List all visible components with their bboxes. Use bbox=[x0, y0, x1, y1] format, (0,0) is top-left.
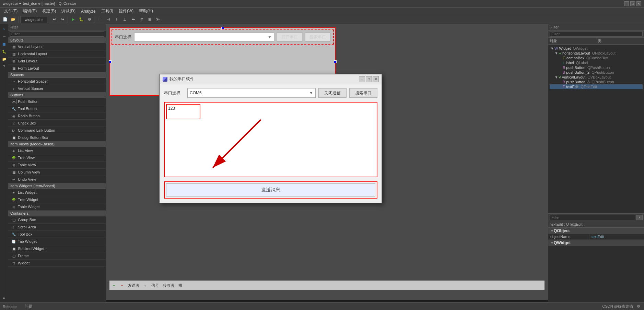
tree-row-pushbtn2[interactable]: B pushButton_2 QPushButton bbox=[550, 70, 643, 75]
widget-push-button[interactable]: OK Push Button bbox=[8, 98, 106, 105]
widget-dialog-button-box[interactable]: ▣ Dialog Button Box bbox=[8, 134, 106, 141]
properties-filter-input[interactable] bbox=[550, 215, 635, 220]
prop-objectname-value[interactable]: textEdit bbox=[589, 234, 644, 239]
menu-tools[interactable]: 工具(I) bbox=[98, 8, 116, 15]
widget-group-box[interactable]: ▢ Group Box bbox=[8, 216, 106, 224]
text-input-value: 123 bbox=[168, 106, 175, 111]
widget-vertical-layout[interactable]: ▤ Vertical Layout bbox=[8, 43, 106, 50]
widget-stacked-widget[interactable]: ▣ Stacked Widget bbox=[8, 245, 106, 252]
open-port-btn[interactable]: 打开串口 bbox=[277, 33, 302, 41]
file-tab-close[interactable]: × bbox=[41, 18, 43, 22]
align-top[interactable]: ⊥ bbox=[121, 16, 129, 23]
dialog-port-combo[interactable]: COM6 ▼ bbox=[187, 88, 316, 98]
status-icon[interactable]: ⚙ bbox=[636, 304, 641, 309]
tree-row-combo[interactable]: C comboBox QComboBox bbox=[550, 56, 643, 60]
more-button[interactable]: ≫ bbox=[154, 16, 162, 23]
open-button[interactable]: 📂 bbox=[10, 16, 17, 23]
widget-tool-box[interactable]: 🔧 Tool Box bbox=[8, 231, 106, 238]
pushbtn3-tree-icon: B bbox=[563, 80, 565, 84]
tree-row-pushbtn[interactable]: B pushButton QPushButton bbox=[550, 65, 643, 70]
tree-row-pushbtn3[interactable]: B pushButton_3 QPushButton bbox=[550, 80, 643, 84]
text-input-box[interactable]: 123 bbox=[166, 104, 200, 119]
right-filter-input[interactable] bbox=[550, 31, 643, 37]
widget-command-link[interactable]: ▷ Command Link Button bbox=[8, 127, 106, 134]
debug-side-icon[interactable]: 🐛 bbox=[1, 48, 8, 55]
menu-controls[interactable]: 控件(W) bbox=[116, 8, 136, 15]
build-button[interactable]: ⚙ bbox=[86, 16, 93, 23]
run-button[interactable]: ▶ bbox=[69, 16, 77, 23]
widget-filter-input[interactable] bbox=[10, 31, 104, 37]
tree-row-hlayout[interactable]: ▼ H horizontalLayout QHBoxLayout bbox=[550, 51, 643, 56]
widget-radio-button[interactable]: ◉ Radio Button bbox=[8, 112, 106, 120]
search-port-btn-top[interactable]: 搜索串口 bbox=[305, 33, 330, 41]
output-icon[interactable]: ≡ bbox=[1, 294, 8, 301]
edit-icon[interactable]: ✏ bbox=[1, 33, 8, 40]
design-icon[interactable]: ▦ bbox=[1, 40, 8, 47]
file-tab[interactable]: widget.ui × bbox=[20, 16, 47, 23]
menu-help[interactable]: 帮助(H) bbox=[136, 8, 156, 15]
new-button[interactable]: 📄 bbox=[1, 16, 9, 23]
tree-row-label[interactable]: L label QLabel bbox=[550, 60, 643, 65]
minimize-button[interactable]: ─ bbox=[624, 1, 629, 6]
menu-file[interactable]: 文件(F) bbox=[1, 8, 20, 15]
tree-row-vlayout[interactable]: ▼ V verticalLayout QVBoxLayout bbox=[550, 75, 643, 80]
menu-debug[interactable]: 调试(D) bbox=[59, 8, 78, 15]
widget-form-layout[interactable]: ▦ Form Layout bbox=[8, 65, 106, 72]
welcome-icon[interactable]: ⌂ bbox=[1, 25, 8, 32]
widget-tab-widget[interactable]: 📑 Tab Widget bbox=[8, 238, 106, 245]
widget-horizontal-layout[interactable]: ▥ Horizontal Layout bbox=[8, 50, 106, 58]
menu-edit[interactable]: 编辑(E) bbox=[20, 8, 39, 15]
align-right[interactable]: ⊤ bbox=[113, 16, 120, 23]
widget-list-widget[interactable]: ≡ List Widget bbox=[8, 189, 106, 196]
dialog-search-btn[interactable]: 搜索串口 bbox=[349, 88, 377, 98]
resize-handle-left[interactable] bbox=[109, 60, 112, 63]
add-connection-btn[interactable]: ＋ bbox=[112, 283, 116, 288]
help-side-icon[interactable]: ? bbox=[1, 63, 8, 70]
undo-button[interactable]: ↩ bbox=[50, 16, 58, 23]
pushbtn3-type: QPushButton bbox=[592, 80, 614, 84]
close-button[interactable]: ✕ bbox=[636, 1, 641, 6]
menu-build[interactable]: 构建(B) bbox=[39, 8, 59, 15]
resize-handle-top[interactable] bbox=[221, 27, 224, 29]
distribute-v[interactable]: ⇵ bbox=[138, 16, 145, 23]
widget-table-view[interactable]: ⊞ Table View bbox=[8, 162, 106, 169]
widget-widget[interactable]: □ Widget bbox=[8, 260, 106, 267]
prop-row-objectname[interactable]: objectName textEdit bbox=[548, 234, 644, 240]
widget-scroll-area[interactable]: ↕ Scroll Area bbox=[8, 224, 106, 231]
add-property-btn[interactable]: + bbox=[636, 215, 643, 220]
tree-row-textedit[interactable]: T textEdit QTextEdit bbox=[550, 84, 643, 89]
widget-undo-view[interactable]: ↩ Undo View bbox=[8, 176, 106, 183]
widget-check-box[interactable]: ☑ Check Box bbox=[8, 120, 106, 127]
widget-column-view[interactable]: ▦ Column View bbox=[8, 169, 106, 176]
widget-tree-view[interactable]: 🌳 Tree View bbox=[8, 154, 106, 162]
remove-connection-btn[interactable]: － bbox=[120, 283, 124, 288]
tool-box-icon: 🔧 bbox=[11, 231, 16, 237]
redo-button[interactable]: ↪ bbox=[59, 16, 66, 23]
widget-h-spacer[interactable]: ↔ Horizontal Spacer bbox=[8, 78, 106, 85]
resize-handle-right[interactable] bbox=[334, 60, 337, 63]
widget-tool-button[interactable]: 🔧 Tool Button bbox=[8, 105, 106, 112]
maximize-button[interactable]: □ bbox=[630, 1, 635, 6]
widget-table-widget[interactable]: ⊞ Table Widget bbox=[8, 203, 106, 211]
widget-tree-widget[interactable]: 🌳 Tree Widget bbox=[8, 196, 106, 203]
widget-type: QWidget bbox=[573, 46, 588, 50]
align-left[interactable]: ⊢ bbox=[96, 16, 104, 23]
dialog-minimize-btn[interactable]: ─ bbox=[359, 76, 365, 82]
dialog-close-comm-btn[interactable]: 关闭通信 bbox=[318, 88, 347, 98]
distribute-h[interactable]: ⇹ bbox=[129, 16, 137, 23]
debug-button[interactable]: 🐛 bbox=[78, 16, 85, 23]
dialog-restore-btn[interactable]: □ bbox=[366, 76, 372, 82]
dialog-title-bar: 我的串口软件 ─ □ ✕ bbox=[160, 74, 382, 84]
menu-analyze[interactable]: Analyze bbox=[78, 8, 98, 14]
widget-frame[interactable]: ▢ Frame bbox=[8, 252, 106, 260]
projects-icon[interactable]: 📁 bbox=[1, 56, 8, 62]
widget-list-view[interactable]: ≡ List View bbox=[8, 147, 106, 154]
grid-toggle[interactable]: ⊞ bbox=[146, 16, 153, 23]
combo-box[interactable]: ▼ bbox=[134, 33, 274, 41]
tree-row-widget[interactable]: ▼ W Widget QWidget bbox=[550, 46, 643, 51]
widget-grid-layout[interactable]: ⊞ Grid Layout bbox=[8, 58, 106, 65]
send-message-btn[interactable]: 发送消息 bbox=[166, 183, 375, 196]
align-center[interactable]: ⊣ bbox=[105, 16, 112, 23]
dialog-close-btn[interactable]: ✕ bbox=[373, 76, 379, 82]
widget-v-spacer[interactable]: ↕ Vertical Spacer bbox=[8, 85, 106, 92]
